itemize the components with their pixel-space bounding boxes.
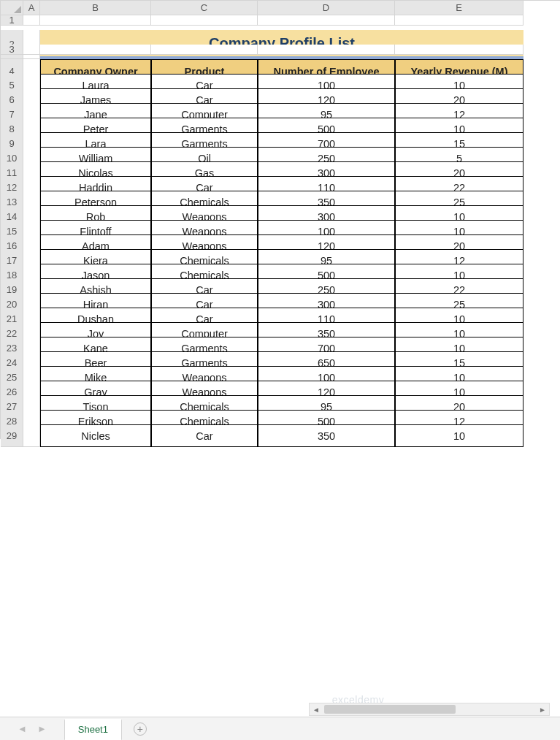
col-header-C[interactable]: C [151,1,258,15]
tab-nav: ◄ ► [18,723,47,734]
scroll-right-icon[interactable]: ► [536,703,549,715]
cell-A3[interactable] [23,45,40,55]
col-header-E[interactable]: E [395,1,523,15]
cell-C3[interactable] [151,45,258,55]
sheet-tab-bar: ◄ ► Sheet1 + [0,717,560,740]
row-header-1[interactable]: 1 [1,15,23,26]
tab-first-icon[interactable]: ◄ [18,723,27,734]
cell-A29[interactable] [23,424,40,447]
cell-C1[interactable] [151,15,258,26]
cell-E3[interactable] [395,45,523,55]
col-header-D[interactable]: D [258,1,395,15]
row-header-29[interactable]: 29 [1,424,23,447]
cell-B29[interactable]: Nicles [40,424,151,447]
horizontal-scrollbar[interactable]: ◄ ► [309,703,550,716]
cell-B1[interactable] [40,15,151,26]
add-sheet-button[interactable]: + [134,722,147,736]
sheet-tab[interactable]: Sheet1 [64,719,122,741]
cell-D3[interactable] [258,45,395,55]
cell-E29[interactable]: 10 [395,424,523,447]
select-all-corner[interactable] [1,1,23,15]
plus-icon: + [137,724,143,734]
scroll-left-icon[interactable]: ◄ [310,703,323,715]
spreadsheet-grid[interactable]: A B C D E 1 2 Company Profile List 3 4 C… [0,0,560,439]
col-header-A[interactable]: A [23,1,40,15]
col-header-B[interactable]: B [40,1,151,15]
scroll-thumb[interactable] [324,705,456,714]
cell-D29[interactable]: 350 [258,424,395,447]
cell-D1[interactable] [258,15,395,26]
tab-last-icon[interactable]: ► [37,723,47,734]
row-header-3[interactable]: 3 [1,45,23,55]
scroll-track[interactable] [323,703,536,715]
cell-C29[interactable]: Car [151,424,258,447]
cell-A1[interactable] [23,15,40,26]
cell-B3[interactable] [40,45,151,55]
cell-E1[interactable] [395,15,523,26]
